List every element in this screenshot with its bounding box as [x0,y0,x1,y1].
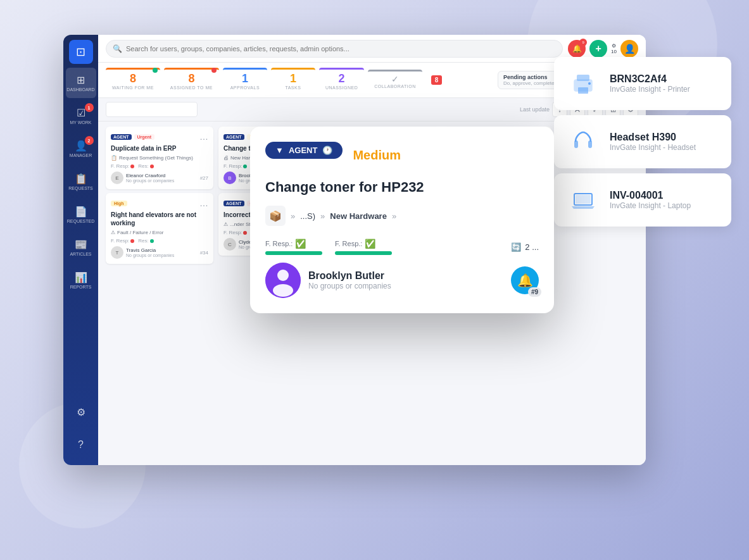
svg-point-6 [588,82,591,85]
category-icon: 🖨 [223,155,229,161]
sidebar-item-label: ARTICLES [70,252,91,256]
add-btn[interactable]: + [589,40,607,58]
agent-avatar: C [223,238,236,251]
overlay-agent-badge: ▼ AGENT 🕐 [265,142,343,159]
stat-label: WAITING FOR ME [112,85,154,90]
stat-label: UNASSIGNED [325,85,358,90]
check-icon-1: ✅ [295,239,306,249]
sidebar-item-manager[interactable]: 2 👤 MANAGER [66,134,96,164]
asset-card-printer[interactable]: BRN3C2Af4 InvGate Insight - Printer [554,57,731,110]
notifications-badge: 9 [579,39,587,46]
stat-number: 8 [188,72,194,85]
laptop-icon-container [567,184,600,216]
more-icon[interactable]: … [199,198,208,208]
stat-approvals[interactable]: 1 APPROVALS [223,68,267,92]
resp-item-1: F. Resp.: ✅ [265,239,322,255]
avatar-btn[interactable]: 👤 [620,40,638,58]
sidebar-item-dashboard[interactable]: ⊞ DASHBOARD [66,68,96,98]
asset-info-laptop: INV-004001 InvGate Insight - Laptop [610,190,691,210]
ticket-header: AGENT Urgent … [111,132,208,142]
meta-resp: F. Resp: [111,238,134,244]
ticket-card-t1[interactable]: AGENT Urgent … Duplicate data in ERP 📋 R… [106,127,213,189]
package-icon: 📦 [269,210,282,222]
svg-rect-10 [576,195,591,204]
sidebar-item-label: DASHBOARD [66,87,94,92]
res-label: Res: [138,163,148,169]
breadcrumb-arrow-3: » [392,211,396,221]
more-icon[interactable]: … [199,132,208,142]
sidebar-item-reports[interactable]: 📊 REPORTS [66,265,96,296]
asset-info-printer: BRN3C2Af4 InvGate Insight - Printer [610,73,690,94]
breadcrumb-icon: 📦 [265,206,286,226]
pending-badge: 8 [431,75,443,85]
sidebar-item-settings[interactable]: ⚙ [66,397,96,427]
sidebar-item-label: MANAGER [70,153,92,158]
check-icon-2: ✅ [365,239,375,249]
agent-avatar: T [111,246,123,259]
overlay-user-info: Brooklyn Butler No groups or companies [308,270,391,290]
resp-label-2: F. Resp.: ✅ [335,239,392,249]
svg-point-2 [273,284,293,297]
sidebar-item-requested[interactable]: 📄 REQUESTED [66,199,96,230]
ticket-header: High … [111,198,208,208]
app-logo[interactable]: ⊡ [69,40,93,64]
sidebar-item-articles[interactable]: 📰 ARTICLES [66,232,96,263]
category-icon: 📋 [111,155,117,161]
agent-badge: AGENT [223,201,244,206]
res-dot [150,239,154,243]
pending-card[interactable]: Pending actions Do, approve, complete [498,71,560,89]
asset-card-headset[interactable]: Headset H390 InvGate Insight - Headset [554,115,731,168]
agent-badge: AGENT [111,134,132,140]
settings-area: ⚙ 10 [611,43,617,54]
resp-label: F. Resp: [111,163,129,169]
dropdown-icon: ▼ [275,146,284,155]
stat-assigned[interactable]: 8 ASSIGNED TO ME [164,68,219,92]
sidebar-item-label: REPORTS [70,285,92,289]
printer-svg [569,70,597,97]
stat-waiting[interactable]: 8 WAITING FOR ME [106,68,160,92]
resp-dot [243,231,247,235]
notifications-btn[interactable]: 🔔 9 [568,40,586,58]
asset-info-headset: Headset H390 InvGate Insight - Headset [610,132,696,152]
overlay-notif-btn[interactable]: 🔔 #9 [511,266,539,294]
asset-subtitle: InvGate Insight - Printer [610,85,690,94]
sidebar-item-requests[interactable]: 📋 REQUESTS [66,166,96,197]
reports-icon: 📊 [75,271,87,283]
my-work-icon: ☑ [77,107,85,119]
meta-res: Res: [138,163,153,169]
stat-dot-assigned [211,68,217,73]
stat-label: COLLABORATION [374,84,416,89]
nav-actions: 🔔 9 + ⚙ 10 👤 [568,40,638,58]
stat-tasks[interactable]: 1 TASKS [271,68,315,92]
stat-unassigned[interactable]: 2 UNASSIGNED [319,68,364,92]
agent-avatar: B [223,171,236,184]
breadcrumb-start: ...S) [300,211,315,221]
printer-icon-container [567,67,600,100]
svg-rect-7 [574,140,578,148]
priority-badge: High [111,201,127,206]
resp-dot [130,239,134,243]
stat-label: ASSIGNED TO ME [170,85,213,90]
meta-res: Res: [138,238,153,244]
svg-point-1 [277,270,289,281]
filter-input[interactable] [106,102,198,117]
overlay-breadcrumb: 📦 » ...S) » New Hardware » [265,206,539,226]
stat-collaboration[interactable]: ✓ COLLABORATION [368,70,422,91]
category-icon: ⚠ [111,230,115,235]
stat-number: 1 [242,72,248,85]
clock-icon: 🕐 [322,146,332,155]
sidebar: ⊡ ⊞ DASHBOARD 1 ☑ MY WORK 2 👤 MANAGER 📋 … [63,35,98,465]
sidebar-item-help[interactable]: ? [66,430,96,460]
search-bar[interactable]: 🔍 [106,40,563,58]
meta-resp: F. Resp: [223,230,247,235]
settings-count: 10 [611,49,617,54]
asset-card-laptop[interactable]: INV-004001 InvGate Insight - Laptop [554,173,731,227]
ticket-card-t5[interactable]: High … Right hand elevators are not work… [106,193,213,264]
kanban-col-1: AGENT Urgent … Duplicate data in ERP 📋 R… [106,127,213,461]
agent-badge: AGENT [223,134,244,140]
right-panel: BRN3C2Af4 InvGate Insight - Printer Head… [554,57,731,232]
search-input[interactable] [126,45,556,53]
sidebar-item-my-work[interactable]: 1 ☑ MY WORK [66,101,96,131]
breadcrumb-arrow: » [291,211,295,221]
bell-icon: 🔔 [517,273,533,288]
